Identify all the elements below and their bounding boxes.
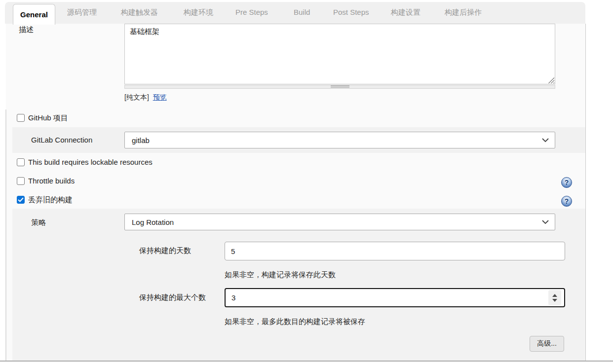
throttle-builds-checkbox[interactable] bbox=[17, 177, 25, 185]
github-project-label: GitHub 项目 bbox=[28, 113, 68, 123]
lockable-resources-label: This build requires lockable resources bbox=[28, 157, 153, 167]
strategy-value: Log Rotation bbox=[132, 218, 174, 226]
tab-general[interactable]: General bbox=[13, 4, 55, 25]
days-to-keep-label: 保持构建的天数 bbox=[139, 246, 191, 255]
gitlab-connection-label: GitLab Connection bbox=[31, 135, 92, 145]
lockable-resources-checkbox[interactable] bbox=[17, 158, 25, 166]
textarea-drag-bar[interactable] bbox=[124, 85, 555, 89]
max-builds-help-text: 如果非空，最多此数目的构建记录将被保存 bbox=[225, 317, 365, 327]
gitlab-connection-value: gitlab bbox=[132, 136, 150, 145]
help-icon[interactable]: ? bbox=[561, 196, 572, 207]
advanced-button[interactable]: 高级... bbox=[530, 336, 564, 352]
help-icon[interactable]: ? bbox=[561, 177, 572, 188]
textarea-resize-grip-icon[interactable] bbox=[548, 77, 554, 83]
number-spinner[interactable] bbox=[548, 290, 561, 305]
section-left-border bbox=[5, 109, 6, 361]
description-textarea[interactable]: 基础框架 bbox=[124, 24, 555, 84]
gitlab-connection-select[interactable]: gitlab bbox=[124, 132, 555, 148]
tab-build-settings[interactable]: 构建设置 bbox=[391, 7, 421, 18]
log-rotation-section-stripe bbox=[12, 209, 585, 361]
spinner-down-icon[interactable] bbox=[552, 299, 557, 302]
content-bottom-border bbox=[0, 361, 613, 362]
drag-handle-icon bbox=[331, 85, 349, 88]
throttle-builds-label: Throttle builds bbox=[28, 176, 75, 186]
question-mark-glyph: ? bbox=[565, 179, 569, 186]
days-to-keep-input[interactable] bbox=[225, 242, 565, 260]
chevron-down-icon bbox=[542, 220, 549, 224]
discard-old-builds-label: 丢弃旧的构建 bbox=[28, 195, 73, 205]
content-right-border bbox=[585, 24, 586, 361]
tab-post-build-actions[interactable]: 构建后操作 bbox=[445, 7, 482, 18]
preview-link[interactable]: 预览 bbox=[153, 93, 167, 101]
chevron-down-icon bbox=[542, 138, 549, 143]
jenkins-job-config-page: General 源码管理 构建触发器 构建环境 Pre Steps Build … bbox=[0, 0, 613, 364]
plaintext-mode-label: [纯文本] bbox=[124, 93, 149, 101]
tab-post-steps[interactable]: Post Steps bbox=[333, 7, 369, 18]
description-textarea-wrap: 基础框架 bbox=[124, 24, 555, 84]
spinner-up-icon[interactable] bbox=[552, 294, 557, 297]
max-builds-label: 保持构建的最大个数 bbox=[139, 292, 206, 302]
tab-pre-steps[interactable]: Pre Steps bbox=[235, 7, 268, 18]
question-mark-glyph: ? bbox=[565, 197, 569, 205]
checkmark-icon bbox=[18, 197, 24, 202]
max-builds-input[interactable] bbox=[225, 288, 565, 307]
discard-old-builds-checkbox[interactable] bbox=[17, 196, 25, 204]
description-label: 描述 bbox=[19, 25, 34, 35]
tab-build[interactable]: Build bbox=[294, 7, 310, 18]
tab-source-management[interactable]: 源码管理 bbox=[67, 7, 97, 18]
days-to-keep-help-text: 如果非空，构建记录将保存此天数 bbox=[225, 270, 336, 280]
description-mode-row: [纯文本] 预览 bbox=[124, 93, 167, 102]
tab-build-environment[interactable]: 构建环境 bbox=[184, 7, 213, 18]
strategy-label: 策略 bbox=[31, 218, 46, 227]
tab-build-triggers[interactable]: 构建触发器 bbox=[121, 7, 158, 18]
strategy-select[interactable]: Log Rotation bbox=[124, 214, 555, 230]
github-project-checkbox[interactable] bbox=[17, 114, 25, 122]
